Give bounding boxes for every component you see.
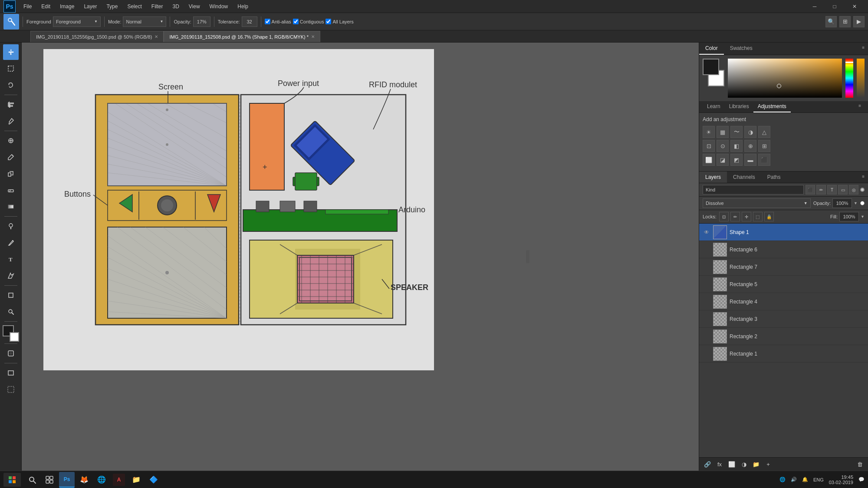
layers-kind-search[interactable] xyxy=(703,185,804,195)
layer-eye-shape1[interactable]: 👁 xyxy=(703,228,710,236)
brightness-contrast-icon[interactable]: ☀ xyxy=(703,126,715,138)
screen-mode-btn[interactable] xyxy=(3,365,19,381)
posterize-icon[interactable]: ◪ xyxy=(717,154,729,166)
bw-icon[interactable]: ◧ xyxy=(730,140,743,152)
fill-value-input[interactable] xyxy=(839,212,859,221)
layer-eye-rect7[interactable]: 👁 xyxy=(703,263,710,271)
layer-rect6[interactable]: 👁 Rectangle 6 xyxy=(699,241,868,258)
mask-mode-btn[interactable] xyxy=(3,346,19,361)
antialias-checkbox[interactable] xyxy=(265,19,270,24)
menu-file[interactable]: File xyxy=(19,2,36,11)
filter-shape-icon[interactable]: ▭ xyxy=(838,185,848,195)
fill-dropdown-arrow[interactable]: ▼ xyxy=(861,214,865,219)
libraries-tab[interactable]: Libraries xyxy=(725,101,753,112)
adj-panel-collapse[interactable]: ≡ xyxy=(855,101,865,112)
lock-artboard-icon[interactable]: ⬚ xyxy=(753,212,763,221)
layer-eye-rect2[interactable]: 👁 xyxy=(703,333,710,340)
layer-new-icon[interactable]: + xyxy=(763,459,773,469)
taskbar-vscode[interactable]: 🔷 xyxy=(146,472,161,488)
select-tool[interactable] xyxy=(3,61,19,76)
spot-heal-tool[interactable] xyxy=(3,133,19,148)
panel-resize-handle[interactable] xyxy=(526,250,529,263)
layer-rect7[interactable]: 👁 Rectangle 7 xyxy=(699,258,868,276)
tab1-close[interactable]: ✕ xyxy=(155,34,158,39)
lock-pixels-icon[interactable]: ✏ xyxy=(730,212,740,221)
mode-dropdown[interactable]: Normal xyxy=(123,16,166,27)
filter-pixel-icon[interactable]: ⬛ xyxy=(806,185,815,195)
filter-type-icon[interactable]: T xyxy=(827,185,837,195)
exposure-icon[interactable]: ◑ xyxy=(744,126,756,138)
panels-icon[interactable]: ⊞ xyxy=(839,16,851,27)
tab2-close[interactable]: ✕ xyxy=(311,34,315,39)
brush-tool[interactable] xyxy=(3,149,19,165)
lock-all-icon[interactable]: 🔒 xyxy=(764,212,774,221)
photo-filter-icon[interactable]: ⊕ xyxy=(744,140,756,152)
menu-help[interactable]: Help xyxy=(233,2,253,11)
layer-fx-icon[interactable]: fx xyxy=(715,459,724,469)
menu-type[interactable]: Type xyxy=(102,2,122,11)
taskbar-files[interactable]: 📁 xyxy=(128,472,144,488)
color-tab[interactable]: Color xyxy=(699,43,724,55)
opacity-value-input[interactable] xyxy=(832,198,852,208)
canvas[interactable]: + xyxy=(43,49,434,370)
channels-tab[interactable]: Channels xyxy=(727,171,761,183)
layer-rect1[interactable]: 👁 Rectangle 1 xyxy=(699,345,868,363)
layer-link-icon[interactable]: 🔗 xyxy=(703,459,712,469)
contiguous-checkbox[interactable] xyxy=(293,19,299,24)
layer-delete-icon[interactable]: 🗑 xyxy=(855,459,865,469)
hue-sat-icon[interactable]: ⊡ xyxy=(703,140,715,152)
selective-color-icon[interactable]: ⬛ xyxy=(758,154,770,166)
taskbar-photoshop[interactable]: Ps xyxy=(59,472,75,488)
invert-icon[interactable]: ⬜ xyxy=(703,154,715,166)
gradient-tool[interactable] xyxy=(3,199,19,214)
opacity-dropdown-arrow[interactable]: ▼ xyxy=(854,201,858,205)
layer-eye-rect6[interactable]: 👁 xyxy=(703,246,710,254)
layer-adjustment-icon[interactable]: ◑ xyxy=(739,459,749,469)
taskbar-network-icon[interactable]: 🌐 xyxy=(779,477,786,482)
hue-slider[interactable] xyxy=(845,59,853,98)
menu-select[interactable]: Select xyxy=(123,2,146,11)
filter-smartobj-icon[interactable]: ◎ xyxy=(849,185,858,195)
alpha-slider[interactable] xyxy=(857,59,865,98)
minimize-button[interactable]: ─ xyxy=(805,0,825,13)
adjustments-tab[interactable]: Adjustments xyxy=(753,101,791,112)
layer-rect2[interactable]: 👁 Rectangle 2 xyxy=(699,328,868,345)
learn-tab[interactable]: Learn xyxy=(703,101,725,112)
swatches-tab[interactable]: Swatches xyxy=(724,43,759,55)
layer-eye-rect4[interactable]: 👁 xyxy=(703,298,710,306)
color-swatches[interactable] xyxy=(3,325,19,342)
opacity-input[interactable] xyxy=(193,16,210,27)
taskbar-notification-icon[interactable]: 🔔 xyxy=(802,477,808,482)
layer-mask-icon[interactable]: ⬜ xyxy=(727,459,736,469)
text-tool[interactable]: T xyxy=(3,251,19,267)
layer-rect4[interactable]: 👁 Rectangle 4 xyxy=(699,293,868,310)
lock-position-icon[interactable]: ✛ xyxy=(742,212,751,221)
taskbar-task-view[interactable] xyxy=(42,472,57,488)
lock-transparency-icon[interactable]: ⊡ xyxy=(719,212,729,221)
search-icon[interactable]: 🔍 xyxy=(825,16,837,27)
taskbar-firefox[interactable]: 🦊 xyxy=(76,472,92,488)
menu-window[interactable]: Window xyxy=(205,2,233,11)
taskbar-edge[interactable]: 🌐 xyxy=(94,472,109,488)
channel-mixer-icon[interactable]: ⊞ xyxy=(758,140,770,152)
threshold-icon[interactable]: ◩ xyxy=(730,154,743,166)
artboard-tool[interactable] xyxy=(3,382,19,397)
foreground-color-swatch[interactable] xyxy=(703,59,719,75)
eraser-tool[interactable] xyxy=(3,182,19,198)
layer-rect5[interactable]: 👁 Rectangle 5 xyxy=(699,276,868,293)
foreground-dropdown[interactable]: Foreground xyxy=(53,16,101,27)
layer-folder-icon[interactable]: 📁 xyxy=(751,459,761,469)
magic-wand-icon[interactable] xyxy=(3,14,19,30)
start-button[interactable] xyxy=(3,473,21,487)
close-button[interactable]: ✕ xyxy=(845,0,865,13)
layer-eye-rect3[interactable]: 👁 xyxy=(703,315,710,323)
alllayers-checkbox[interactable] xyxy=(326,19,331,24)
color-gradient-picker[interactable] xyxy=(728,59,842,98)
layers-tab[interactable]: Layers xyxy=(699,171,727,183)
clone-tool[interactable] xyxy=(3,166,19,181)
background-swatch[interactable] xyxy=(10,332,19,342)
layers-panel-menu[interactable]: ≡ xyxy=(858,171,868,183)
color-panel-menu[interactable]: ≡ xyxy=(858,43,868,55)
taskbar-notification-center-icon[interactable]: 💬 xyxy=(858,477,865,482)
move-tool[interactable] xyxy=(3,44,19,60)
